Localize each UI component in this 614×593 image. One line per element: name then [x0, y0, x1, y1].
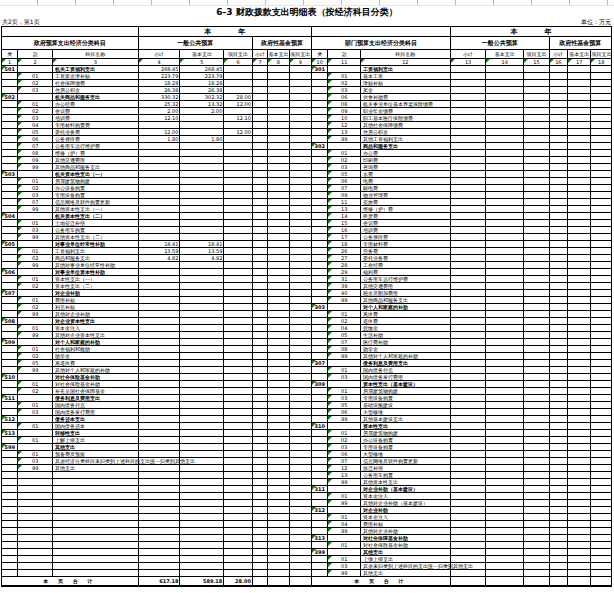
- cell-class-code-left[interactable]: [2, 479, 18, 486]
- year-header-left[interactable]: 本 年: [138, 27, 311, 37]
- cell-fund-basic-right[interactable]: [568, 395, 591, 402]
- cell-general-project-left[interactable]: [224, 402, 253, 409]
- cell-fund-project-left[interactable]: [289, 458, 311, 465]
- cell-subject-name-right[interactable]: 债务利息及费用支出: [360, 360, 450, 367]
- cell-fund-basic-right[interactable]: [568, 122, 591, 129]
- cell-section-code-right[interactable]: 09: [328, 108, 361, 115]
- cell-class-code-left[interactable]: [2, 199, 18, 206]
- cell-fund-project-left[interactable]: [289, 395, 311, 402]
- cell-fund-project-left[interactable]: [289, 542, 311, 549]
- cell-general-subtotal-left[interactable]: [138, 311, 180, 318]
- cell-section-code-right[interactable]: 02: [328, 318, 361, 325]
- cell-fund-basic-left[interactable]: [268, 185, 289, 192]
- cell-general-project-left[interactable]: [224, 164, 253, 171]
- cell-fund-subtotal-left[interactable]: [252, 500, 267, 507]
- cell-subject-name-left[interactable]: 国内债务发行费用: [52, 409, 138, 416]
- cell-general-basic-left[interactable]: 223.79: [180, 73, 224, 80]
- cell-section-code-right[interactable]: 99: [328, 528, 361, 535]
- cell-class-code-left[interactable]: [2, 465, 18, 472]
- cell-class-code-left[interactable]: [2, 528, 18, 535]
- cell-fund-basic-left[interactable]: [268, 381, 289, 388]
- cell-class-code-left[interactable]: [2, 381, 18, 388]
- cell-fund-basic-left[interactable]: [268, 66, 289, 73]
- cell-general-basic-right[interactable]: [486, 192, 524, 199]
- cell-subject-name-right[interactable]: 其他对企业补助（基本建设）: [360, 500, 450, 507]
- cell-general-basic-left[interactable]: [180, 290, 224, 297]
- cell-general-basic-left[interactable]: [180, 416, 224, 423]
- cell-fund-basic-left[interactable]: [268, 178, 289, 185]
- cell-fund-basic-left[interactable]: [268, 388, 289, 395]
- cell-fund-basic-left[interactable]: [268, 122, 289, 129]
- cell-subject-name-left[interactable]: 债务利息及费用支出: [52, 395, 138, 402]
- cell-section-code-left[interactable]: 01: [18, 73, 53, 80]
- cell-fund-basic-left[interactable]: [268, 220, 289, 227]
- cell-class-code-right[interactable]: [312, 416, 328, 423]
- cell-fund-basic-right[interactable]: [568, 549, 591, 556]
- cell-fund-subtotal-left[interactable]: [252, 521, 267, 528]
- cell-class-code-right[interactable]: [312, 542, 328, 549]
- cell-fund-subtotal-left[interactable]: [252, 416, 267, 423]
- cell-fund-subtotal-left[interactable]: [252, 122, 267, 129]
- cell-subject-name-left[interactable]: 工资奖金津补贴: [52, 73, 138, 80]
- cell-general-basic-left[interactable]: [180, 185, 224, 192]
- cell-general-basic-right[interactable]: [486, 542, 524, 549]
- cell-general-project-left[interactable]: [224, 213, 253, 220]
- cell-fund-basic-left[interactable]: [268, 227, 289, 234]
- cell-fund-basic-right[interactable]: [568, 318, 591, 325]
- cell-fund-basic-left[interactable]: [268, 444, 289, 451]
- cell-fund-project-right[interactable]: [591, 108, 612, 115]
- cell-fund-basic-left[interactable]: [268, 360, 289, 367]
- cell-section-code-right[interactable]: 04: [328, 521, 361, 528]
- cell-general-project-right[interactable]: [524, 248, 549, 255]
- cell-subject-name-left[interactable]: 工资福利支出: [52, 248, 138, 255]
- cell-general-basic-right[interactable]: [486, 87, 524, 94]
- cell-class-code-left[interactable]: [2, 486, 18, 493]
- cell-fund-basic-left[interactable]: [268, 332, 289, 339]
- cell-fund-subtotal-right[interactable]: [549, 115, 567, 122]
- header-blank-right[interactable]: [312, 27, 451, 37]
- cell-subject-name-left[interactable]: 机关资本性支出（二）: [52, 213, 138, 220]
- cell-section-code-left[interactable]: 03: [18, 458, 53, 465]
- col-header-basic-left[interactable]: 基本支出: [180, 50, 224, 59]
- cell-class-code-left[interactable]: [2, 388, 18, 395]
- cell-fund-project-right[interactable]: [591, 290, 612, 297]
- cell-general-project-left[interactable]: [224, 346, 253, 353]
- cell-general-project-right[interactable]: [524, 556, 549, 563]
- cell-section-code-right[interactable]: [328, 143, 361, 150]
- cell-fund-project-right[interactable]: [591, 227, 612, 234]
- cell-general-subtotal-right[interactable]: [450, 255, 486, 262]
- col-header-project-left[interactable]: 项目支出: [224, 50, 253, 59]
- cell-subject-name-left[interactable]: 助学金: [52, 353, 138, 360]
- cell-fund-project-left[interactable]: [289, 402, 311, 409]
- cell-fund-basic-right[interactable]: [568, 458, 591, 465]
- cell-fund-project-left[interactable]: [289, 269, 311, 276]
- cell-subject-name-left[interactable]: 社会保障缴费: [52, 80, 138, 87]
- cell-general-basic-left[interactable]: [180, 353, 224, 360]
- cell-section-code-left[interactable]: [18, 563, 53, 570]
- cell-fund-project-left[interactable]: [289, 248, 311, 255]
- cell-general-project-left[interactable]: [224, 178, 253, 185]
- cell-general-subtotal-right[interactable]: [450, 381, 486, 388]
- cell-fund-subtotal-left[interactable]: [252, 409, 267, 416]
- cell-fund-basic-right[interactable]: [568, 493, 591, 500]
- cell-fund-subtotal-left[interactable]: [252, 164, 267, 171]
- cell-general-project-left[interactable]: [224, 220, 253, 227]
- cell-fund-project-left[interactable]: [289, 73, 311, 80]
- cell-general-project-left[interactable]: [224, 311, 253, 318]
- cell-fund-project-right[interactable]: [591, 437, 612, 444]
- cell-section-code-left[interactable]: 01: [18, 297, 53, 304]
- cell-fund-basic-left[interactable]: [268, 171, 289, 178]
- cell-general-subtotal-left[interactable]: [138, 332, 180, 339]
- cell-section-code-left[interactable]: [18, 430, 53, 437]
- cell-general-subtotal-left[interactable]: [138, 549, 180, 556]
- cell-general-project-left[interactable]: [224, 360, 253, 367]
- cell-fund-basic-left[interactable]: [268, 94, 289, 101]
- cell-general-project-left[interactable]: [224, 458, 253, 465]
- cell-general-subtotal-right[interactable]: [450, 94, 486, 101]
- cell-fund-subtotal-left[interactable]: [252, 129, 267, 136]
- cell-general-basic-right[interactable]: [486, 73, 524, 80]
- cell-section-code-right[interactable]: 01: [328, 367, 361, 374]
- cell-class-code-left[interactable]: [2, 80, 18, 87]
- cell-fund-basic-left[interactable]: [268, 423, 289, 430]
- cell-class-code-right[interactable]: [312, 192, 328, 199]
